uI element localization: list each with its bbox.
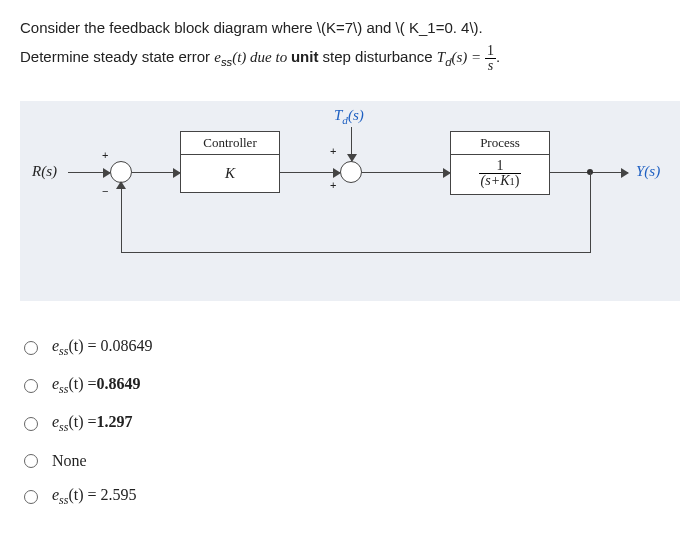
minus-1: − <box>102 185 108 197</box>
controller-label: Controller <box>181 132 279 155</box>
fb-arrowhead <box>116 181 126 189</box>
controller-gain: K <box>181 155 279 192</box>
output-label: Y(s) <box>636 163 660 180</box>
pd-a: (s+K <box>481 173 510 188</box>
radio-icon[interactable] <box>24 379 38 393</box>
disturbance-label: Td(s) <box>334 107 364 126</box>
frac-den: s <box>485 59 496 73</box>
q2-a: Determine steady state error <box>20 48 214 65</box>
line-td <box>351 127 352 161</box>
q2-ess: e <box>214 49 221 65</box>
option-2-text: ess(t) =0.8649 <box>52 375 141 397</box>
line-ctrl-sum2 <box>280 172 340 173</box>
q2-frac: 1s <box>485 44 496 73</box>
option-3[interactable]: ess(t) =1.297 <box>20 405 680 443</box>
td-b: (s) <box>348 107 364 123</box>
q2-bold: unit <box>291 48 319 65</box>
o5b: (t) = 2.595 <box>68 486 136 503</box>
o1b: (t) = 0.08649 <box>68 337 152 354</box>
option-1-text: ess(t) = 0.08649 <box>52 337 153 359</box>
frac-num: 1 <box>485 44 496 59</box>
o3c: 1.297 <box>97 413 133 430</box>
line-sum1-ctrl <box>132 172 180 173</box>
o3b: (t) = <box>68 413 96 430</box>
summing-junction-2 <box>340 161 362 183</box>
fb-v1 <box>590 172 591 252</box>
option-5-text: ess(t) = 2.595 <box>52 486 137 508</box>
option-4-text: None <box>52 452 87 470</box>
option-3-text: ess(t) =1.297 <box>52 413 133 435</box>
input-label: R(s) <box>32 163 57 180</box>
option-4[interactable]: None <box>20 444 680 478</box>
q2-b0: (t) due to <box>232 49 291 65</box>
block-diagram: R(s) + − Controller K + + Td(s) Process … <box>20 101 680 301</box>
plus-1: + <box>102 149 108 161</box>
proc-num: 1 <box>479 159 522 174</box>
q2-ess-sub: ss <box>221 56 232 68</box>
plus-2a: + <box>330 145 336 157</box>
proc-den: (s+K1) <box>479 174 522 188</box>
question-line-1: Consider the feedback block diagram wher… <box>20 16 680 40</box>
option-1[interactable]: ess(t) = 0.08649 <box>20 329 680 367</box>
o2c: 0.8649 <box>97 375 141 392</box>
fb-h <box>121 252 591 253</box>
o2b: (t) = <box>68 375 96 392</box>
radio-icon[interactable] <box>24 454 38 468</box>
plus-2b: + <box>330 179 336 191</box>
q2-e: . <box>496 48 500 65</box>
line-sum2-proc <box>362 172 450 173</box>
process-label: Process <box>451 132 549 155</box>
fb-v2 <box>121 183 122 253</box>
question-line-2: Determine steady state error ess(t) due … <box>20 44 680 73</box>
radio-icon[interactable] <box>24 341 38 355</box>
radio-icon[interactable] <box>24 490 38 504</box>
line-rin <box>68 172 110 173</box>
option-5[interactable]: ess(t) = 2.595 <box>20 478 680 516</box>
option-2[interactable]: ess(t) =0.8649 <box>20 367 680 405</box>
summing-junction-1 <box>110 161 132 183</box>
pd-b: ) <box>515 173 520 188</box>
q2-d: (s) = <box>451 49 484 65</box>
q2-td: T <box>437 49 445 65</box>
q2-c: step disturbance <box>318 48 436 65</box>
radio-icon[interactable] <box>24 417 38 431</box>
process-tf: 1 (s+K1) <box>451 155 549 194</box>
controller-block: Controller K <box>180 131 280 193</box>
answer-options: ess(t) = 0.08649 ess(t) =0.8649 ess(t) =… <box>20 329 680 516</box>
process-block: Process 1 (s+K1) <box>450 131 550 195</box>
